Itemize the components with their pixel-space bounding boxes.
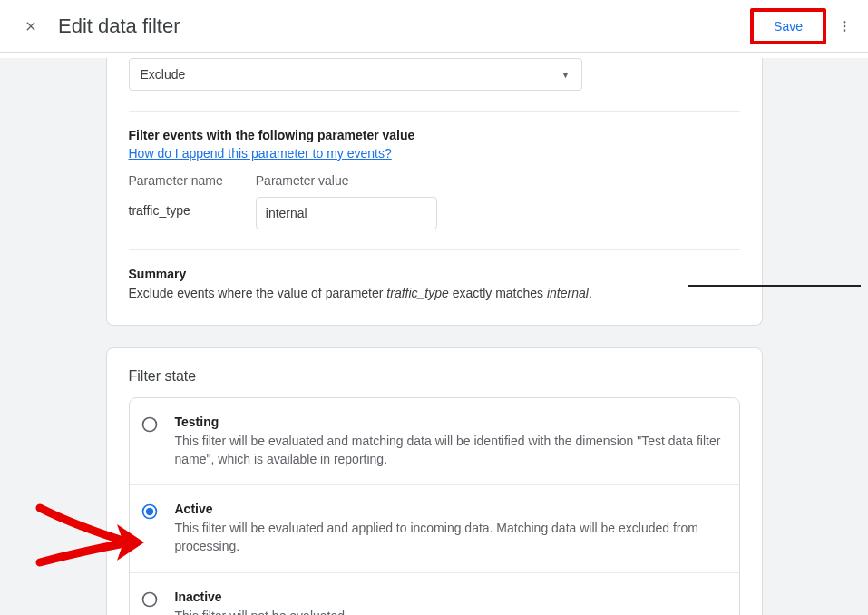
- radio-icon[interactable]: [141, 591, 159, 609]
- svg-point-0: [844, 21, 846, 24]
- save-button[interactable]: Save: [754, 12, 823, 41]
- filter-state-options: Testing This filter will be evaluated an…: [129, 397, 740, 615]
- more-options-icon[interactable]: [834, 15, 855, 37]
- svg-point-3: [142, 417, 156, 431]
- summary-param: traffic_type: [386, 286, 448, 300]
- save-button-highlight: Save: [750, 8, 826, 44]
- state-option-testing[interactable]: Testing This filter will be evaluated an…: [130, 398, 739, 485]
- divider: [129, 249, 740, 250]
- close-icon[interactable]: [20, 15, 42, 37]
- radio-icon[interactable]: [141, 415, 159, 434]
- summary-text: Exclude events where the value of parame…: [129, 285, 740, 303]
- summary-suffix: .: [589, 286, 592, 300]
- svg-point-6: [142, 592, 156, 606]
- parameter-name-value: traffic_type: [129, 197, 223, 218]
- svg-point-1: [844, 24, 846, 27]
- state-label: Inactive: [175, 590, 721, 604]
- summary-value: internal: [547, 286, 589, 300]
- state-description: This filter will not be evaluated.: [175, 607, 721, 615]
- state-description: This filter will be evaluated and applie…: [175, 519, 721, 556]
- summary-prefix: Exclude events where the value of parame…: [129, 286, 387, 300]
- filter-settings-card: Exclude ▼ Filter events with the followi…: [106, 58, 763, 326]
- decorative-line: [688, 285, 861, 287]
- filter-operation-select[interactable]: Exclude ▼: [129, 58, 582, 91]
- parameter-name-label: Parameter name: [129, 173, 223, 188]
- filter-events-heading: Filter events with the following paramet…: [129, 128, 740, 142]
- svg-point-5: [145, 508, 152, 515]
- summary-heading: Summary: [129, 267, 740, 281]
- dropdown-arrow-icon: ▼: [561, 70, 571, 80]
- filter-state-title: Filter state: [107, 348, 762, 397]
- radio-icon-selected[interactable]: [141, 503, 159, 521]
- state-description: This filter will be evaluated and matchi…: [175, 432, 721, 469]
- parameter-value-input[interactable]: [256, 197, 437, 229]
- summary-mid: exactly matches: [449, 286, 547, 300]
- divider: [129, 111, 740, 112]
- select-value: Exclude: [141, 67, 186, 82]
- state-label: Testing: [175, 415, 721, 429]
- parameter-value-label: Parameter value: [256, 173, 437, 188]
- svg-point-2: [844, 29, 846, 32]
- help-link[interactable]: How do I append this parameter to my eve…: [129, 146, 392, 161]
- filter-state-card: Filter state Testing This filter will be…: [106, 347, 763, 615]
- state-option-active[interactable]: Active This filter will be evaluated and…: [130, 484, 739, 572]
- header-bar: Edit data filter Save: [0, 0, 868, 53]
- state-option-inactive[interactable]: Inactive This filter will not be evaluat…: [130, 572, 739, 615]
- state-label: Active: [175, 502, 721, 516]
- page-title: Edit data filter: [58, 15, 180, 38]
